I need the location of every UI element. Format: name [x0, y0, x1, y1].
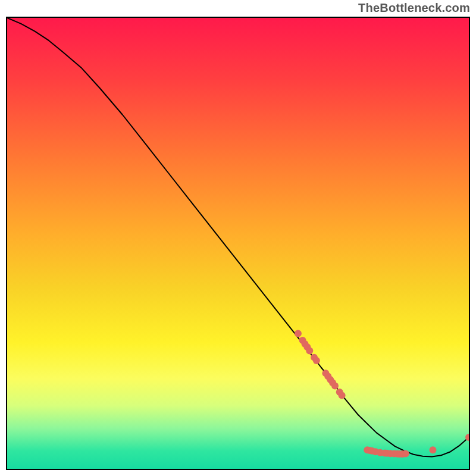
data-point-marker: [295, 330, 302, 337]
chart-svg: [7, 18, 469, 469]
attribution-text: TheBottleneck.com: [358, 1, 470, 15]
bottleneck-curve-line: [7, 18, 469, 457]
data-point-marker: [402, 450, 409, 458]
data-point-marker: [331, 383, 339, 390]
plot-area: [6, 17, 470, 470]
data-point-marker: [430, 446, 437, 453]
data-point-marker: [313, 357, 320, 364]
data-point-marker: [306, 347, 313, 354]
chart-container: TheBottleneck.com: [0, 0, 476, 476]
highlight-markers: [295, 330, 469, 458]
data-point-marker: [339, 392, 346, 399]
